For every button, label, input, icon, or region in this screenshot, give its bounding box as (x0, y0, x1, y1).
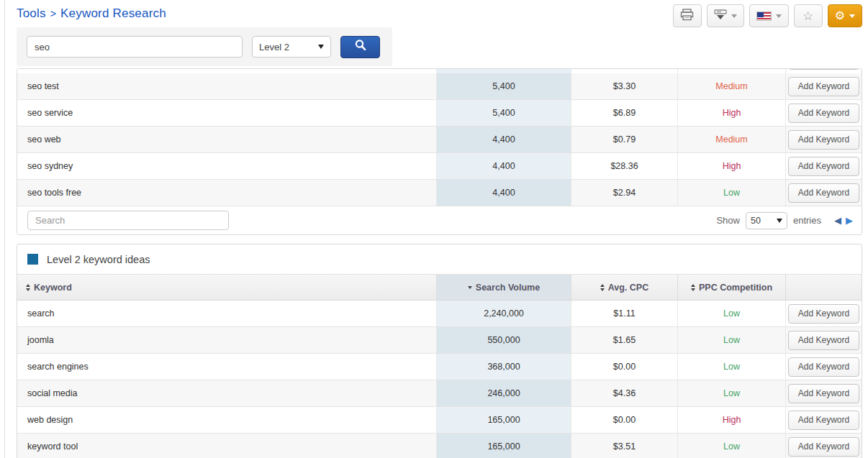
chevron-down-icon (849, 14, 855, 18)
page-size-value: 50 (751, 216, 761, 226)
ppc-competition-cell: Low (677, 327, 785, 353)
toolbar: ☆ ⚙ (673, 4, 862, 27)
avg-cpc-cell: $4.36 (571, 380, 677, 406)
star-icon: ☆ (803, 10, 813, 22)
chevron-down-icon (776, 14, 782, 18)
search-volume-cell: 368,000 (436, 354, 571, 380)
print-button[interactable] (673, 4, 702, 27)
magnifier-icon (353, 38, 368, 55)
search-volume-cell: 550,000 (436, 327, 571, 353)
download-icon (714, 9, 727, 23)
results-table-panel: seo test5,400$3.30MediumAdd Keywordseo s… (17, 68, 862, 235)
search-volume-cell: 165,000 (436, 407, 571, 433)
chevron-down-icon (731, 14, 737, 18)
table-row: seo sydney4,400$28.36HighAdd Keyword (17, 153, 862, 180)
keyword-cell: social media (17, 380, 436, 406)
ppc-competition-cell: Low (677, 180, 785, 206)
table-header-row: Keyword Search Volume Avg. CPC PPC Compe… (17, 275, 862, 301)
chevron-down-icon (318, 45, 324, 49)
keyword-cell: seo service (17, 100, 436, 126)
ppc-competition-cell: Medium (677, 127, 785, 152)
column-header-keyword[interactable]: Keyword (17, 275, 436, 300)
keyword-cell: search (17, 301, 436, 326)
avg-cpc-cell: $28.36 (571, 153, 677, 179)
favorite-button[interactable]: ☆ (794, 4, 823, 27)
add-keyword-button[interactable]: Add Keyword (788, 357, 859, 377)
table-row: social media246,000$4.36LowAdd Keyword (17, 380, 862, 407)
avg-cpc-cell: $3.30 (571, 73, 677, 99)
search-button[interactable] (340, 36, 380, 58)
left-page-divider (4, 0, 5, 458)
add-keyword-button[interactable]: Add Keyword (788, 437, 859, 457)
add-keyword-button[interactable]: Add Keyword (788, 183, 859, 203)
ppc-competition-cell: Low (677, 434, 785, 458)
action-cell: Add Keyword (785, 153, 862, 179)
top-bar: Tools>Keyword Research ☆ ⚙ (17, 0, 862, 26)
column-header-label: Avg. CPC (608, 283, 649, 293)
avg-cpc-cell: $2.94 (571, 180, 677, 206)
column-header-label: Keyword (34, 283, 72, 293)
entries-label: entries (793, 215, 821, 226)
table-row: search engines368,000$0.00LowAdd Keyword (17, 354, 862, 380)
us-flag-icon (756, 12, 772, 21)
table-row: seo web4,400$0.79MediumAdd Keyword (17, 127, 862, 153)
sort-icon (600, 284, 605, 291)
column-header-ppc-competition[interactable]: PPC Competition (677, 275, 785, 300)
chevron-down-icon (777, 219, 782, 223)
settings-button[interactable]: ⚙ (828, 4, 862, 27)
keyword-cell: seo tools free (17, 180, 436, 206)
avg-cpc-cell: $1.11 (571, 301, 677, 326)
table-row: joomla550,000$1.65LowAdd Keyword (17, 327, 862, 354)
table-filter-input[interactable] (27, 211, 229, 230)
export-button[interactable] (707, 4, 744, 27)
table-row: seo tools free4,400$2.94LowAdd Keyword (17, 180, 862, 206)
sort-icon (26, 284, 30, 291)
add-keyword-button[interactable]: Add Keyword (788, 130, 859, 150)
column-header-search-volume[interactable]: Search Volume (436, 275, 571, 300)
table-row: web design165,000$0.00HighAdd Keyword (17, 407, 862, 434)
results-table-footer: Show 50 entries ◀ ▶ (17, 206, 862, 234)
avg-cpc-cell: $0.00 (571, 354, 677, 380)
panel-title-bar: Level 2 keyword ideas (17, 244, 862, 275)
add-keyword-button[interactable]: Add Keyword (788, 304, 859, 324)
keyword-cell: seo test (17, 73, 436, 99)
page-size-select[interactable]: 50 (746, 212, 787, 229)
search-volume-cell: 5,400 (436, 73, 571, 99)
column-header-label: Search Volume (476, 283, 540, 293)
add-keyword-button[interactable]: Add Keyword (788, 411, 859, 430)
add-keyword-button-clipped[interactable] (788, 69, 859, 70)
show-label: Show (716, 215, 740, 226)
next-page-button[interactable]: ▶ (846, 216, 853, 225)
keyword-cell: search engines (17, 354, 436, 380)
column-header-label: PPC Competition (699, 283, 772, 293)
language-button[interactable] (749, 4, 789, 27)
add-keyword-button[interactable]: Add Keyword (788, 77, 859, 96)
keyword-cell: web design (17, 407, 436, 433)
search-volume-cell: 246,000 (436, 380, 571, 406)
add-keyword-button[interactable]: Add Keyword (788, 331, 859, 350)
keyword-cell: seo sydney (17, 153, 436, 179)
page-title: Keyword Research (60, 6, 166, 20)
breadcrumb-separator: > (50, 8, 56, 19)
add-keyword-button[interactable]: Add Keyword (788, 104, 859, 123)
search-volume-cell: 165,000 (436, 434, 571, 458)
ppc-competition-cell: High (677, 407, 785, 433)
action-cell: Add Keyword (785, 327, 862, 353)
action-cell: Add Keyword (785, 100, 862, 126)
breadcrumb: Tools>Keyword Research (17, 4, 166, 21)
breadcrumb-tools[interactable]: Tools (17, 6, 46, 20)
level-select[interactable]: Level 2 (252, 36, 331, 58)
keyword-ideas-panel: Level 2 keyword ideas Keyword Search Vol… (17, 244, 862, 458)
add-keyword-button[interactable]: Add Keyword (788, 157, 859, 176)
keyword-input[interactable] (27, 36, 243, 58)
action-cell: Add Keyword (785, 73, 862, 99)
ppc-competition-cell: Low (677, 354, 785, 380)
previous-page-button[interactable]: ◀ (834, 216, 841, 225)
panel-title-square-icon (27, 254, 38, 265)
column-header-avg-cpc[interactable]: Avg. CPC (571, 275, 677, 300)
action-cell: Add Keyword (785, 354, 862, 380)
sort-desc-icon (468, 286, 472, 289)
action-cell: Add Keyword (785, 380, 862, 406)
add-keyword-button[interactable]: Add Keyword (788, 384, 859, 403)
table-row: keyword tool165,000$3.51LowAdd Keyword (17, 434, 862, 458)
